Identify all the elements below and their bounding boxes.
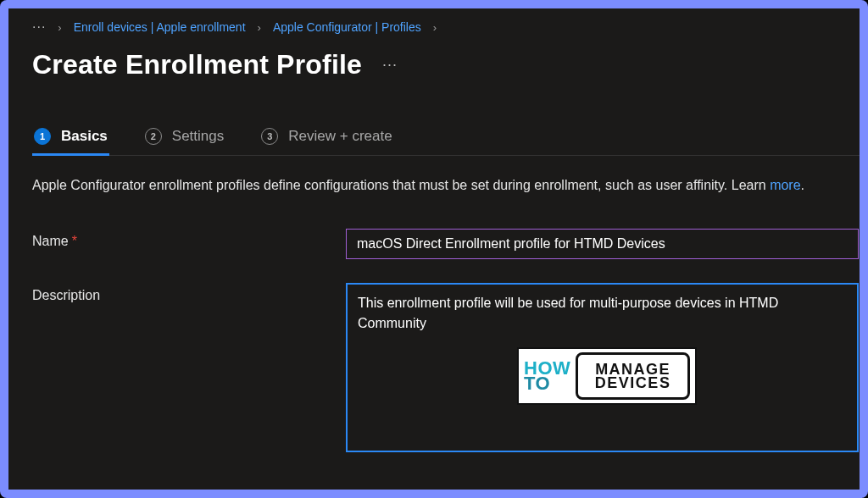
htmd-watermark: HOW TO MANAGE DEVICES xyxy=(517,347,697,405)
intro-body: Apple Configurator enrollment profiles d… xyxy=(32,178,732,192)
description-text: This enrollment profile will be used for… xyxy=(358,293,847,332)
description-label: Description xyxy=(32,283,346,303)
title-row: Create Enrollment Profile ··· xyxy=(32,49,860,80)
step-number-badge: 1 xyxy=(34,128,51,145)
highlight-frame: ··· › Enroll devices | Apple enrollment … xyxy=(0,0,868,498)
watermark-line2: DEVICES xyxy=(595,376,671,390)
breadcrumb: ··· › Enroll devices | Apple enrollment … xyxy=(32,20,860,34)
step-number-badge: 3 xyxy=(261,128,278,145)
step-number-badge: 2 xyxy=(145,128,162,145)
step-label: Review + create xyxy=(288,128,392,145)
breadcrumb-link-apple-configurator-profiles[interactable]: Apple Configurator | Profiles xyxy=(273,20,421,34)
chevron-right-icon: › xyxy=(58,21,61,34)
learn-more-link[interactable]: more xyxy=(770,178,800,192)
watermark-left: HOW TO xyxy=(524,352,570,400)
wizard-steps: 1 Basics 2 Settings 3 Review + create xyxy=(32,123,860,156)
breadcrumb-link-enroll-devices[interactable]: Enroll devices | Apple enrollment xyxy=(74,20,246,34)
watermark-right: MANAGE DEVICES xyxy=(576,352,690,400)
name-input[interactable] xyxy=(346,229,859,259)
chevron-right-icon: › xyxy=(433,21,437,34)
form-row-name: Name* xyxy=(32,229,860,259)
breadcrumb-overflow-icon[interactable]: ··· xyxy=(32,20,46,34)
intro-text: Apple Configurator enrollment profiles d… xyxy=(32,176,860,195)
watermark-to: TO xyxy=(524,376,570,392)
intro-link-prefix: Learn xyxy=(732,178,770,192)
step-label: Basics xyxy=(61,128,108,145)
form-row-description: Description This enrollment profile will… xyxy=(32,283,860,452)
name-label: Name* xyxy=(32,229,346,249)
intro-link-suffix: . xyxy=(801,178,804,192)
description-textarea[interactable]: This enrollment profile will be used for… xyxy=(346,283,859,452)
tab-settings[interactable]: 2 Settings xyxy=(143,123,225,155)
name-label-text: Name xyxy=(32,234,69,248)
tab-review-create[interactable]: 3 Review + create xyxy=(259,123,393,155)
step-label: Settings xyxy=(172,128,224,145)
more-actions-icon[interactable]: ··· xyxy=(382,56,398,74)
page: ··· › Enroll devices | Apple enrollment … xyxy=(8,8,860,490)
page-title: Create Enrollment Profile xyxy=(32,49,362,80)
tab-basics[interactable]: 1 Basics xyxy=(32,123,109,155)
chevron-right-icon: › xyxy=(258,21,261,34)
required-indicator-icon: * xyxy=(72,234,77,248)
